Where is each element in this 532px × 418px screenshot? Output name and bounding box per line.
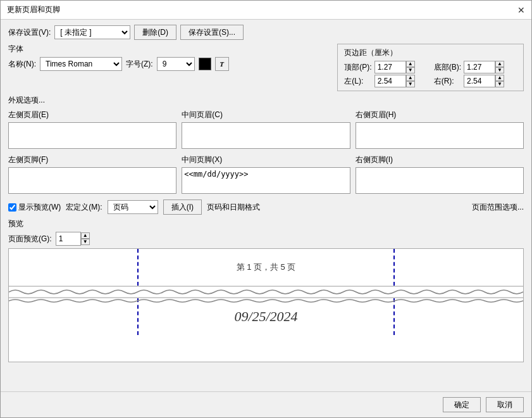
bottom-input[interactable]	[464, 61, 495, 73]
right-footer-col: 右侧页脚(I)	[356, 155, 524, 196]
page-preview-spinner: ▲ ▼	[56, 232, 90, 246]
show-preview-label: 显示预览(W)	[18, 202, 61, 213]
center-footer-label: 中间页脚(X)	[182, 155, 350, 165]
left-spin-down[interactable]: ▼	[406, 81, 415, 87]
page-preview-row: 页面预览(G): ▲ ▼	[8, 232, 524, 246]
page-spin-down[interactable]: ▼	[81, 239, 90, 245]
insert-button[interactable]: 插入(I)	[163, 200, 202, 215]
footer-cols: 左侧页脚(F) 中间页脚(X) 右侧页脚(I)	[8, 155, 524, 196]
bottom-bar: 确定 取消	[1, 391, 531, 417]
color-picker[interactable]	[199, 58, 211, 70]
page-spin-up[interactable]: ▲	[81, 232, 90, 239]
close-button[interactable]: ✕	[517, 5, 525, 15]
page-preview-input[interactable]	[56, 232, 81, 246]
right-header-input[interactable]	[356, 122, 524, 149]
bottom-spin-down[interactable]: ▼	[495, 67, 504, 73]
preview-header-text: 第 1 页，共 5 页	[237, 262, 296, 273]
dialog-title: 更新页眉和页脚	[7, 4, 60, 15]
center-header-label: 中间页眉(C)	[182, 110, 350, 120]
dashed-line-right	[393, 249, 395, 286]
top-spin-down[interactable]: ▼	[406, 67, 415, 73]
right-footer-input[interactable]	[356, 167, 524, 194]
left-header-label: 左侧页眉(E)	[8, 110, 176, 120]
save-settings-button[interactable]: 保存设置(S)...	[180, 25, 244, 40]
preview-title: 预览	[8, 218, 524, 229]
preview-footer-text: 09/25/2024	[234, 308, 297, 325]
top-label: 顶部(P):	[344, 62, 371, 73]
top-spin-up[interactable]: ▲	[406, 61, 415, 67]
main-content: 保存设置(V): [ 未指定 ] 删除(D) 保存设置(S)... 字体 名称(…	[1, 20, 531, 391]
font-section-label: 字体	[8, 44, 327, 54]
appearance-link[interactable]: 外观选项...	[8, 96, 45, 104]
show-preview-check-label[interactable]: 显示预览(W)	[8, 202, 61, 213]
right-spin-down[interactable]: ▼	[495, 81, 504, 87]
bottom-label: 底部(B):	[434, 62, 461, 73]
margins-group: 页边距（厘米） 顶部(P): ▲ ▼ 底部(B):	[337, 44, 524, 91]
macro-label: 宏定义(M):	[66, 202, 102, 213]
left-label: 左(L):	[344, 76, 371, 87]
preview-header-area: 第 1 页，共 5 页	[9, 249, 523, 287]
top-toolbar: 保存设置(V): [ 未指定 ] 删除(D) 保存设置(S)...	[8, 25, 524, 40]
preview-section: 预览 页面预览(G): ▲ ▼ 第 1 页，共 5 页	[8, 218, 524, 362]
dashed-line-left	[137, 249, 139, 286]
save-dropdown[interactable]: [ 未指定 ]	[54, 25, 130, 39]
wavy-separator	[9, 287, 523, 297]
bottom-spin-up[interactable]: ▲	[495, 61, 504, 67]
bottom-toolbar: 显示预览(W) 宏定义(M): 页码 插入(I) 页码和日期格式 页面范围选项.…	[8, 200, 524, 215]
preview-canvas: 第 1 页，共 5 页 09/25/2024	[8, 248, 524, 362]
header-cols: 左侧页眉(E) 中间页眉(C) 右侧页眉(H)	[8, 110, 524, 151]
macro-dropdown[interactable]: 页码	[108, 200, 158, 214]
right-footer-label: 右侧页脚(I)	[356, 155, 524, 165]
left-footer-col: 左侧页脚(F)	[8, 155, 176, 196]
right-label: 右(R):	[434, 76, 461, 87]
cancel-button[interactable]: 取消	[486, 397, 524, 412]
font-section: 字体 名称(N): Times Roman 字号(Z): 9 T	[8, 44, 327, 75]
title-bar: 更新页眉和页脚 ✕	[1, 1, 531, 20]
left-footer-input[interactable]	[8, 167, 176, 194]
show-preview-checkbox[interactable]	[8, 203, 16, 212]
save-label: 保存设置(V):	[8, 27, 51, 38]
right-spin-up[interactable]: ▲	[495, 75, 504, 81]
page-preview-label: 页面预览(G):	[8, 234, 52, 244]
left-header-col: 左侧页眉(E)	[8, 110, 176, 151]
bold-t-button[interactable]: T	[215, 57, 229, 71]
ok-button[interactable]: 确定	[443, 397, 481, 412]
font-name-dropdown[interactable]: Times Roman	[40, 57, 122, 71]
left-input[interactable]	[374, 75, 406, 87]
font-name-label: 名称(N):	[8, 59, 36, 70]
center-footer-col: 中间页脚(X)	[182, 155, 350, 196]
right-input[interactable]	[464, 75, 495, 87]
page-range-link[interactable]: 页面范围选项...	[472, 202, 524, 213]
center-footer-input[interactable]	[182, 167, 350, 194]
center-header-col: 中间页眉(C)	[182, 110, 350, 151]
right-header-col: 右侧页眉(H)	[356, 110, 524, 151]
left-spin-up[interactable]: ▲	[406, 75, 415, 81]
left-footer-label: 左侧页脚(F)	[8, 155, 176, 165]
date-format-link[interactable]: 页码和日期格式	[207, 202, 260, 213]
margins-title: 页边距（厘米）	[344, 48, 517, 58]
left-header-input[interactable]	[8, 122, 176, 149]
wavy-footer-top	[9, 297, 523, 303]
center-header-input[interactable]	[182, 122, 350, 149]
font-row: 名称(N): Times Roman 字号(Z): 9 T	[8, 57, 327, 71]
font-size-dropdown[interactable]: 9	[157, 57, 195, 71]
right-header-label: 右侧页眉(H)	[356, 110, 524, 120]
delete-button[interactable]: 删除(D)	[134, 25, 176, 40]
dialog: 更新页眉和页脚 ✕ 保存设置(V): [ 未指定 ] 删除(D) 保存设置(S)…	[0, 0, 532, 418]
font-size-label: 字号(Z):	[126, 59, 153, 70]
top-input[interactable]	[374, 61, 406, 73]
